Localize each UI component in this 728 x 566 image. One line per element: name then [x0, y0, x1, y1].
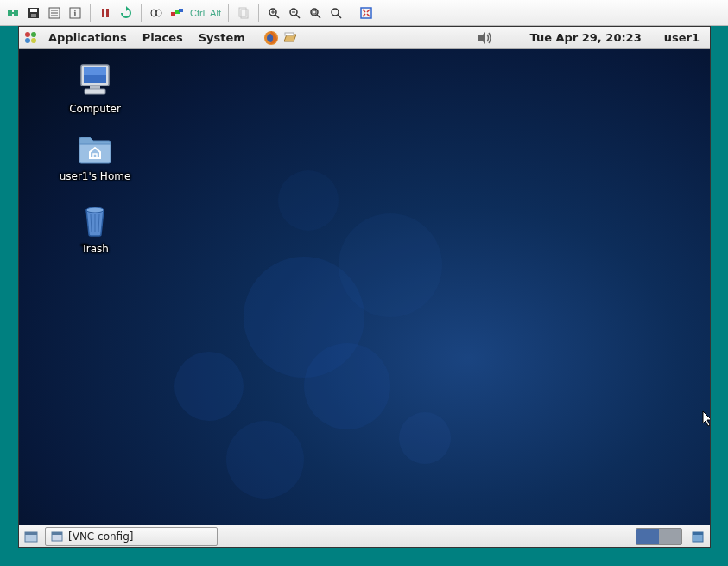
file-manager-launcher-icon[interactable] — [282, 29, 299, 47]
desktop-icon-computer[interactable]: Computer — [43, 58, 147, 118]
separator — [90, 4, 91, 22]
svg-point-32 — [332, 9, 339, 16]
pause-icon[interactable] — [96, 3, 115, 22]
show-desktop-icon[interactable] — [22, 528, 40, 545]
clock[interactable]: Tue Apr 29, 20:23 — [522, 29, 648, 46]
firefox-launcher-icon[interactable] — [263, 29, 280, 47]
zoom-in-icon[interactable] — [264, 3, 283, 22]
svg-rect-57 — [52, 532, 62, 535]
desktop-icon-label: user1's Home — [60, 170, 131, 182]
desktop-wallpaper[interactable]: Computer user1's Home Trash — [19, 49, 710, 525]
window-icon — [51, 531, 63, 543]
svg-line-27 — [296, 15, 300, 18]
desktop-icon-label: Computer — [69, 103, 121, 115]
svg-rect-34 — [361, 8, 371, 18]
svg-line-30 — [317, 15, 320, 18]
svg-point-16 — [156, 10, 161, 16]
volume-icon[interactable] — [476, 29, 493, 47]
svg-rect-19 — [179, 9, 183, 12]
desktop-icon-trash[interactable]: Trash — [43, 198, 147, 258]
desktop-icon-home[interactable]: user1's Home — [43, 129, 147, 186]
svg-marker-53 — [703, 411, 710, 426]
trash-icon — [74, 201, 116, 239]
svg-rect-4 — [30, 9, 37, 12]
svg-line-33 — [338, 15, 341, 18]
cad-icon[interactable] — [147, 3, 166, 22]
ctrl-key-button[interactable]: Ctrl — [188, 8, 206, 18]
svg-rect-45 — [84, 67, 106, 75]
zoom-out-icon[interactable] — [285, 3, 304, 22]
svg-rect-17 — [171, 12, 175, 16]
trash-applet-icon[interactable] — [689, 528, 706, 545]
zoom-fit-icon[interactable] — [306, 3, 325, 22]
gnome-panel-top: Applications Places System Tue Apr 29, 2… — [19, 27, 710, 49]
svg-text:i: i — [74, 9, 77, 18]
connect-icon[interactable] — [3, 3, 22, 22]
svg-point-29 — [311, 9, 318, 16]
taskbar-window-title: [VNC config] — [68, 531, 133, 543]
svg-point-38 — [31, 38, 36, 43]
refresh-icon[interactable] — [117, 3, 136, 22]
taskbar-window-button[interactable]: [VNC config] — [45, 527, 218, 546]
svg-rect-12 — [102, 9, 104, 17]
vnc-toolbar: i Ctrl Alt — [0, 0, 728, 26]
svg-rect-41 — [285, 33, 294, 35]
system-menu[interactable]: System — [192, 29, 252, 46]
places-menu[interactable]: Places — [136, 29, 190, 46]
separator — [351, 4, 351, 22]
svg-rect-47 — [85, 89, 105, 94]
svg-rect-31 — [313, 10, 316, 14]
workspace-switcher[interactable] — [636, 528, 682, 545]
clipboard-icon[interactable] — [234, 3, 253, 22]
save-icon[interactable] — [24, 3, 43, 22]
options-icon[interactable] — [45, 3, 64, 22]
svg-rect-59 — [693, 532, 703, 535]
main-menu-icon[interactable] — [22, 29, 40, 47]
mouse-cursor — [702, 410, 710, 428]
gnome-panel-bottom: [VNC config] — [19, 525, 710, 547]
user-menu[interactable]: user1 — [657, 29, 706, 46]
svg-point-36 — [31, 32, 36, 37]
info-icon[interactable]: i — [66, 3, 85, 22]
svg-point-49 — [86, 207, 104, 213]
svg-point-15 — [151, 10, 156, 16]
separator — [228, 4, 229, 22]
svg-point-37 — [25, 38, 30, 43]
ctrl-alt-del-icon[interactable] — [168, 3, 187, 22]
svg-line-23 — [275, 15, 279, 18]
zoom-100-icon[interactable] — [326, 3, 345, 22]
svg-rect-5 — [31, 14, 36, 17]
svg-rect-13 — [106, 9, 109, 17]
applications-menu[interactable]: Applications — [41, 29, 134, 46]
svg-rect-55 — [25, 532, 37, 535]
svg-marker-42 — [478, 32, 485, 44]
svg-rect-46 — [90, 86, 100, 89]
computer-icon — [74, 61, 116, 99]
desktop-icon-label: Trash — [81, 243, 109, 255]
svg-rect-2 — [11, 12, 15, 14]
svg-marker-14 — [126, 6, 129, 11]
fullscreen-icon[interactable] — [357, 3, 376, 22]
home-folder-icon — [74, 132, 116, 167]
workspace-1[interactable] — [636, 529, 659, 544]
separator — [141, 4, 142, 22]
alt-key-button[interactable]: Alt — [208, 8, 223, 18]
workspace-2[interactable] — [659, 529, 681, 544]
separator — [258, 4, 259, 22]
guest-desktop: Applications Places System Tue Apr 29, 2… — [19, 27, 710, 547]
svg-point-35 — [25, 32, 30, 37]
